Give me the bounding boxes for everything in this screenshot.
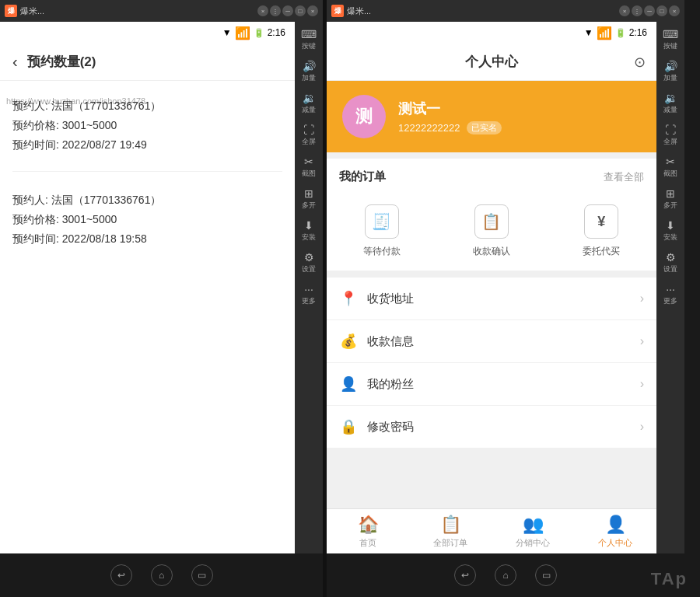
right-phone-bottom: ↩ ⌂ ▭ TAp [327,553,684,597]
left-more-btn[interactable]: ⋮ [270,5,281,16]
right-toolbar-volume-down[interactable]: 🔉 减量 [657,89,684,119]
view-all-orders-link[interactable]: 查看全部 [604,170,644,184]
right-toolbar-multiopen[interactable]: ⊞ 多开 [657,184,684,215]
right-fullscreen-icon: ⛶ [665,124,676,135]
right-screen: ▼ 📶 🔋 2:16 个人中心 ⊙ 测 [327,22,656,553]
tab-all-orders[interactable]: 📋 全部订单 [409,510,492,553]
toolbar-volume-up[interactable]: 🔊 加量 [296,57,322,87]
toolbar-fullscreen[interactable]: ⛶ 全屏 [296,120,322,151]
right-install-label: 安装 [663,232,677,243]
right-volume-up-icon: 🔊 [664,61,677,72]
right-status-bar: ▼ 📶 🔋 2:16 [327,22,656,44]
toolbar-volume-down[interactable]: 🔉 减量 [296,89,322,119]
volume-down-label: 减量 [302,105,316,115]
menu-change-password[interactable]: 🔒 修改密码 › [327,406,656,448]
right-settings-icon: ⚙ [666,252,676,263]
lock-icon: 🔒 [339,418,358,435]
right-toolbar-fullscreen[interactable]: ⛶ 全屏 [657,120,684,151]
confirm-payment-icon: 📋 [474,204,509,239]
left-time: 2:16 [268,27,285,38]
toolbar-multiopen[interactable]: ⊞ 多开 [296,184,322,215]
right-keyboard-label: 按键 [663,41,677,51]
right-nav-home[interactable]: ⌂ [495,564,516,586]
right-restore-btn[interactable]: × [669,5,680,16]
left-min-btn[interactable]: ─ [282,5,293,16]
right-toolbar-install[interactable]: ⬇ 安装 [657,216,684,246]
all-orders-tab-icon: 📋 [440,515,461,535]
user-info: 测试一 12222222222 已实名 [398,100,641,134]
home-tab-icon: 🏠 [358,515,379,535]
screenshot-icon: ✂ [304,156,313,167]
menu-list: 📍 收货地址 › 💰 收款信息 › 👤 我的粉丝 › [327,278,656,448]
right-toolbar-volume-up[interactable]: 🔊 加量 [657,57,684,87]
right-nav-recent[interactable]: ▭ [535,564,557,586]
left-nav-back[interactable]: ↩ [110,564,132,586]
left-nav-recent[interactable]: ▭ [191,564,213,586]
order-proxy-buy[interactable]: ¥ 委托代买 [547,204,656,258]
left-nav-home[interactable]: ⌂ [151,564,173,586]
left-close-btn[interactable]: × [257,5,268,16]
install-icon: ⬇ [304,220,313,231]
toolbar-more[interactable]: ··· 更多 [296,280,322,310]
user-phone: 12222222222 [398,122,460,134]
menu-payment-info[interactable]: 💰 收款信息 › [327,320,656,363]
more-icon: ··· [304,284,313,295]
right-nav-back[interactable]: ↩ [454,564,476,586]
right-toolbar-more[interactable]: ··· 更多 [657,280,684,310]
right-install-icon: ⬇ [666,220,675,231]
tab-home[interactable]: 🏠 首页 [327,510,409,553]
right-screenshot-label: 截图 [663,169,677,179]
waiting-payment-icon: 🧾 [365,204,399,239]
right-toolbar-settings[interactable]: ⚙ 设置 [657,248,684,278]
tab-distribution[interactable]: 👥 分销中心 [492,510,574,553]
toolbar-settings[interactable]: ⚙ 设置 [296,248,322,278]
left-title-text: 爆米... [20,5,254,17]
right-app-icon: 爆 [331,5,344,17]
payment-info-label: 收款信息 [367,334,640,349]
right-phone: 爆 爆米... × ⋮ ─ □ × ▼ 📶 🔋 2:16 [327,0,684,597]
toolbar-install[interactable]: ⬇ 安装 [296,216,322,246]
res1-time: 预约时间: 2022/08/27 19:49 [12,135,282,155]
multiopen-label: 多开 [302,201,316,211]
tab-bar: 🏠 首页 📋 全部订单 👥 分销中心 👤 个人中心 [327,508,656,553]
order-waiting-payment[interactable]: 🧾 等待付款 [327,204,436,258]
keyboard-icon: ⌨ [301,29,317,40]
right-volume-up-label: 加量 [663,73,677,83]
right-max-btn[interactable]: □ [656,5,667,16]
tab-personal-center[interactable]: 👤 个人中心 [574,510,656,553]
settings-icon: ⚙ [304,252,314,263]
right-screenshot-icon: ✂ [666,156,675,167]
toolbar-screenshot[interactable]: ✂ 截图 [296,152,322,183]
back-button[interactable]: ‹ [12,53,18,71]
right-multiopen-label: 多开 [663,201,677,211]
settings-label: 设置 [302,264,316,274]
left-phone-bottom: ↩ ⌂ ▭ [0,553,323,597]
multiopen-icon: ⊞ [304,188,313,199]
menu-shipping-address[interactable]: 📍 收货地址 › [327,278,656,320]
res2-person: 预约人: 法国（17701336761） [12,190,282,210]
user-phone-row: 12222222222 已实名 [398,121,641,134]
right-toolbar-keyboard[interactable]: ⌨ 按键 [657,25,684,55]
left-restore-btn[interactable]: × [307,5,318,16]
signal-icon: 📶 [235,26,250,40]
volume-up-icon: 🔊 [303,61,316,72]
left-status-bar: ▼ 📶 🔋 2:16 [0,22,295,44]
left-app-icon: 爆 [5,5,17,17]
settings-gear-button[interactable]: ⊙ [634,54,646,71]
right-close-btn[interactable]: × [619,5,630,16]
orders-title: 我的订单 [339,169,386,184]
right-more-btn[interactable]: ⋮ [632,5,642,16]
right-status-icons: ▼ 📶 🔋 2:16 [584,26,647,40]
my-fans-label: 我的粉丝 [367,377,640,392]
right-min-btn[interactable]: ─ [644,5,655,16]
right-title-bar: 爆 爆米... × ⋮ ─ □ × [327,0,684,22]
toolbar-keyboard[interactable]: ⌨ 按键 [296,25,322,55]
personal-center-title: 个人中心 [465,53,518,71]
menu-my-fans[interactable]: 👤 我的粉丝 › [327,363,656,406]
right-toolbar-screenshot[interactable]: ✂ 截图 [657,152,684,183]
fullscreen-label: 全屏 [302,137,316,147]
order-confirm-payment[interactable]: 📋 收款确认 [436,204,546,258]
res1-person: 预约人: 法国（17701336761） [12,96,282,116]
left-max-btn[interactable]: □ [295,5,306,16]
right-phone-body: ▼ 📶 🔋 2:16 个人中心 ⊙ 测 [327,22,684,553]
